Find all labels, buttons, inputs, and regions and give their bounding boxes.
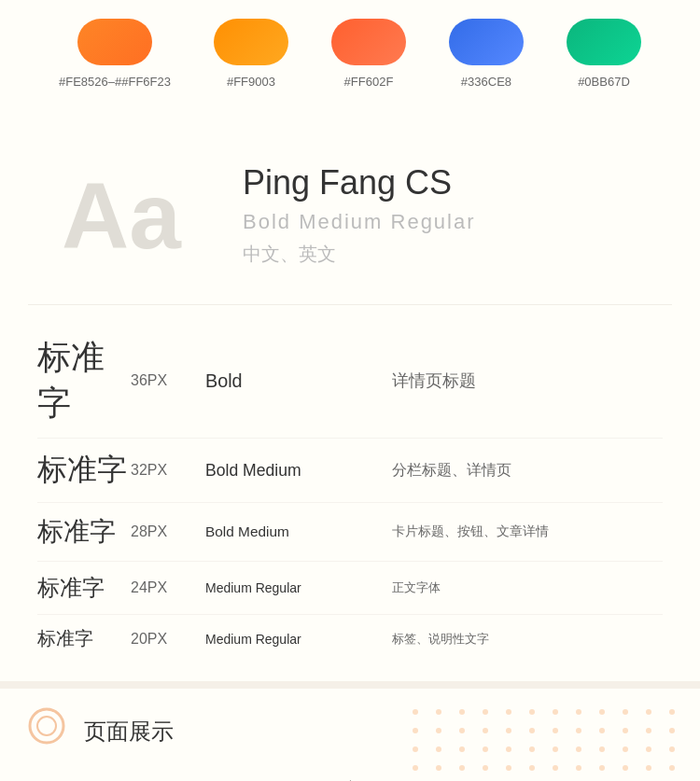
color-label-3: #336CE8 (461, 75, 511, 89)
color-circle-0 (77, 19, 152, 65)
type-weight-1: Bold Medium (205, 461, 392, 481)
type-size-0: 36PX (131, 372, 205, 389)
svg-point-8 (553, 709, 558, 715)
type-weight-4: Medium Regular (205, 632, 392, 647)
color-circle-1 (214, 19, 288, 65)
svg-point-42 (506, 765, 511, 771)
type-char-1: 标准字 (37, 450, 131, 491)
svg-point-45 (576, 765, 581, 771)
type-row-1: 标准字32PXBold Medium分栏标题、详情页 (37, 439, 663, 503)
bottom-section: 页面展示 // This won't execute in SVG, using… (0, 681, 700, 781)
sub-section-title: 用户端 (311, 776, 389, 781)
font-info: Ping Fang CS Bold Medium Regular 中文、英文 (243, 163, 476, 267)
font-aa-display: Aa (37, 169, 205, 262)
type-size-4: 20PX (131, 631, 205, 648)
svg-point-9 (576, 709, 581, 715)
type-row-2: 标准字28PXBold Medium卡片标题、按钮、文章详情 (37, 503, 663, 562)
svg-point-12 (646, 709, 651, 715)
svg-point-29 (483, 746, 488, 752)
type-size-2: 28PX (131, 523, 205, 540)
svg-point-21 (576, 728, 581, 733)
font-weights: Bold Medium Regular (243, 210, 476, 234)
svg-point-13 (669, 709, 675, 715)
svg-point-37 (669, 746, 675, 752)
type-usage-3: 正文字体 (392, 579, 663, 596)
type-weight-3: Medium Regular (205, 580, 392, 595)
svg-point-18 (506, 728, 511, 733)
color-label-1: #FF9003 (227, 75, 275, 89)
svg-point-31 (529, 746, 535, 752)
svg-point-49 (669, 765, 675, 771)
svg-point-36 (646, 746, 651, 752)
svg-point-19 (529, 728, 535, 733)
type-row-3: 标准字24PXMedium Regular正文字体 (37, 562, 663, 615)
svg-point-0 (30, 709, 63, 743)
section-icon (28, 707, 65, 745)
type-size-3: 24PX (131, 579, 205, 596)
svg-point-7 (529, 709, 535, 715)
dots-pattern: // This won't execute in SVG, using stat… (401, 698, 700, 781)
color-item-1: #FF9003 (214, 19, 288, 89)
svg-point-27 (436, 746, 441, 752)
type-usage-1: 分栏标题、详情页 (392, 461, 663, 481)
svg-point-32 (553, 746, 558, 752)
type-char-2: 标准字 (37, 514, 131, 550)
svg-point-41 (483, 765, 488, 771)
svg-point-39 (436, 765, 441, 771)
svg-point-4 (459, 709, 465, 715)
type-row-4: 标准字20PXMedium Regular标签、说明性文字 (37, 615, 663, 662)
type-row-0: 标准字36PXBold详情页标题 (37, 324, 663, 439)
font-languages: 中文、英文 (243, 242, 476, 267)
svg-point-23 (623, 728, 628, 733)
svg-point-6 (506, 709, 511, 715)
svg-point-14 (413, 728, 418, 733)
color-row: #FE8526–##FF6F23#FF9003#FF602F#336CE8#0B… (28, 19, 672, 117)
svg-point-26 (413, 746, 418, 752)
svg-point-2 (413, 709, 418, 715)
svg-point-34 (599, 746, 605, 752)
svg-point-5 (483, 709, 488, 715)
svg-point-35 (623, 746, 628, 752)
svg-point-24 (646, 728, 651, 733)
svg-point-25 (669, 728, 675, 733)
type-char-0: 标准字 (37, 335, 131, 426)
color-section: #FE8526–##FF6F23#FF9003#FF602F#336CE8#0B… (0, 0, 700, 145)
color-label-0: #FE8526–##FF6F23 (59, 75, 171, 89)
svg-point-20 (553, 728, 558, 733)
svg-point-44 (553, 765, 558, 771)
svg-point-28 (459, 746, 465, 752)
svg-point-22 (599, 728, 605, 733)
color-item-0: #FE8526–##FF6F23 (59, 19, 171, 89)
color-item-3: #336CE8 (449, 19, 524, 89)
svg-point-33 (576, 746, 581, 752)
type-usage-0: 详情页标题 (392, 370, 663, 392)
color-label-4: #0BB67D (578, 75, 630, 89)
color-item-2: #FF602F (331, 19, 406, 89)
svg-point-17 (483, 728, 488, 733)
font-name: Ping Fang CS (243, 163, 476, 202)
svg-point-11 (623, 709, 628, 715)
svg-point-46 (599, 765, 605, 771)
color-circle-4 (567, 19, 641, 65)
color-item-4: #0BB67D (567, 19, 641, 89)
svg-point-3 (436, 709, 441, 715)
color-circle-3 (449, 19, 524, 65)
font-section: Aa Ping Fang CS Bold Medium Regular 中文、英… (0, 145, 700, 304)
type-weight-0: Bold (205, 370, 392, 392)
type-char-4: 标准字 (37, 626, 131, 651)
color-circle-2 (331, 19, 406, 65)
svg-point-38 (413, 765, 418, 771)
color-label-2: #FF602F (344, 75, 394, 89)
type-size-1: 32PX (131, 462, 205, 479)
svg-point-40 (459, 765, 465, 771)
type-weight-2: Bold Medium (205, 523, 392, 540)
svg-point-30 (506, 746, 511, 752)
svg-point-48 (646, 765, 651, 771)
type-usage-4: 标签、说明性文字 (392, 631, 663, 648)
svg-point-1 (37, 717, 56, 735)
type-usage-2: 卡片标题、按钮、文章详情 (392, 523, 663, 540)
svg-point-43 (529, 765, 535, 771)
svg-point-16 (459, 728, 465, 733)
type-char-3: 标准字 (37, 573, 131, 603)
svg-point-47 (623, 765, 628, 771)
